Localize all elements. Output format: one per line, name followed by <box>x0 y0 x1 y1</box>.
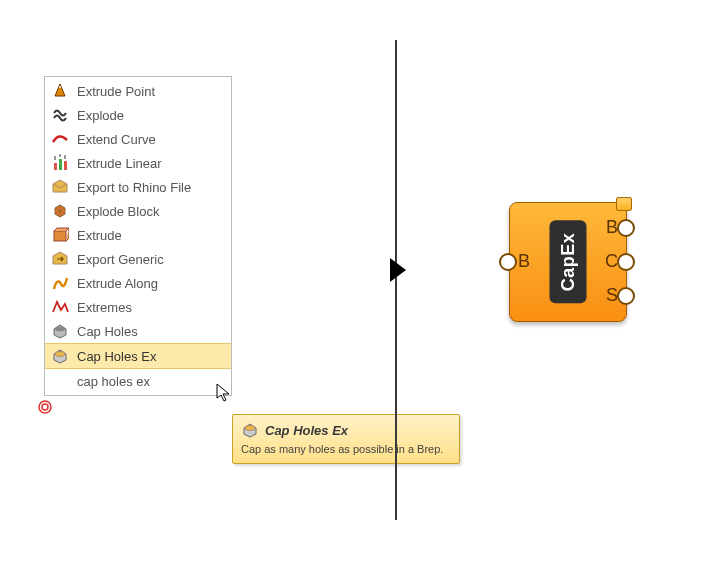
menu-item-extrude-point[interactable]: Extrude Point <box>45 79 231 103</box>
tooltip-title: Cap Holes Ex <box>265 423 348 438</box>
input-port-B-label: B <box>518 251 530 272</box>
mouse-cursor-icon <box>215 382 233 404</box>
svg-point-1 <box>59 86 61 88</box>
svg-point-14 <box>245 426 255 431</box>
menu-item-extremes[interactable]: Extremes <box>45 295 231 319</box>
menu-item-label: Extrude Along <box>77 276 158 291</box>
menu-item-label: Extrude Linear <box>77 156 162 171</box>
input-port-B[interactable] <box>499 253 517 271</box>
output-port-B[interactable] <box>617 219 635 237</box>
explode-block-icon <box>51 202 69 220</box>
component-tooltip: Cap Holes Ex Cap as many holes as possib… <box>232 414 460 464</box>
menu-item-label: Export Generic <box>77 252 164 267</box>
menu-item-label: Extrude <box>77 228 122 243</box>
menu-item-cap-holes[interactable]: Cap Holes <box>45 319 231 343</box>
menu-item-label: Export to Rhino File <box>77 180 191 195</box>
output-port-S[interactable] <box>617 287 635 305</box>
tooltip-description: Cap as many holes as possible in a Brep. <box>241 443 451 455</box>
component-search-menu: Extrude Point Explode Extend Curve Extru… <box>44 76 232 396</box>
menu-item-extrude-along[interactable]: Extrude Along <box>45 271 231 295</box>
menu-item-cap-holes-ex[interactable]: Cap Holes Ex <box>45 343 231 369</box>
export-generic-icon <box>51 250 69 268</box>
output-port-C[interactable] <box>617 253 635 271</box>
menu-item-label: Explode <box>77 108 124 123</box>
menu-item-label: Extend Curve <box>77 132 156 147</box>
menu-search-value: cap holes ex <box>77 374 150 389</box>
extremes-icon <box>51 298 69 316</box>
svg-rect-2 <box>54 163 57 170</box>
extrude-linear-icon <box>51 154 69 172</box>
menu-item-explode-block[interactable]: Explode Block <box>45 199 231 223</box>
menu-item-label: Cap Holes Ex <box>77 349 156 364</box>
cap-holes-ex-icon <box>51 347 69 365</box>
svg-point-11 <box>39 401 51 413</box>
menu-item-export-rhino[interactable]: Export to Rhino File <box>45 175 231 199</box>
explode-icon <box>51 106 69 124</box>
menu-item-label: Extrude Point <box>77 84 155 99</box>
menu-item-explode[interactable]: Explode <box>45 103 231 127</box>
component-name-label: CapEx <box>550 221 587 304</box>
menu-search-text[interactable]: cap holes ex <box>45 369 231 393</box>
svg-rect-6 <box>54 231 66 241</box>
svg-rect-4 <box>64 161 67 170</box>
menu-item-extend-curve[interactable]: Extend Curve <box>45 127 231 151</box>
menu-item-label: Cap Holes <box>77 324 138 339</box>
menu-item-extrude[interactable]: Extrude <box>45 223 231 247</box>
cap-holes-icon <box>51 322 69 340</box>
extrude-icon <box>51 226 69 244</box>
svg-rect-3 <box>59 159 62 170</box>
component-body[interactable]: CapEx B B C S <box>509 202 627 322</box>
cap-holes-ex-icon <box>241 421 259 439</box>
svg-point-10 <box>55 352 65 357</box>
warning-badge <box>616 197 632 211</box>
capex-component[interactable]: CapEx B B C S <box>497 191 637 331</box>
menu-item-label: Extremes <box>77 300 132 315</box>
export-rhino-icon <box>51 178 69 196</box>
svg-marker-0 <box>55 84 65 96</box>
extend-curve-icon <box>51 130 69 148</box>
extrude-along-icon <box>51 274 69 292</box>
svg-point-12 <box>42 404 48 410</box>
canvas-crosshair-icon <box>36 398 54 416</box>
menu-item-label: Explode Block <box>77 204 159 219</box>
arrow-right-icon <box>390 258 406 282</box>
extrude-point-icon <box>51 82 69 100</box>
menu-item-extrude-linear[interactable]: Extrude Linear <box>45 151 231 175</box>
grasshopper-canvas[interactable]: Extrude Point Explode Extend Curve Extru… <box>0 0 712 564</box>
menu-item-export-generic[interactable]: Export Generic <box>45 247 231 271</box>
svg-point-8 <box>55 327 65 332</box>
